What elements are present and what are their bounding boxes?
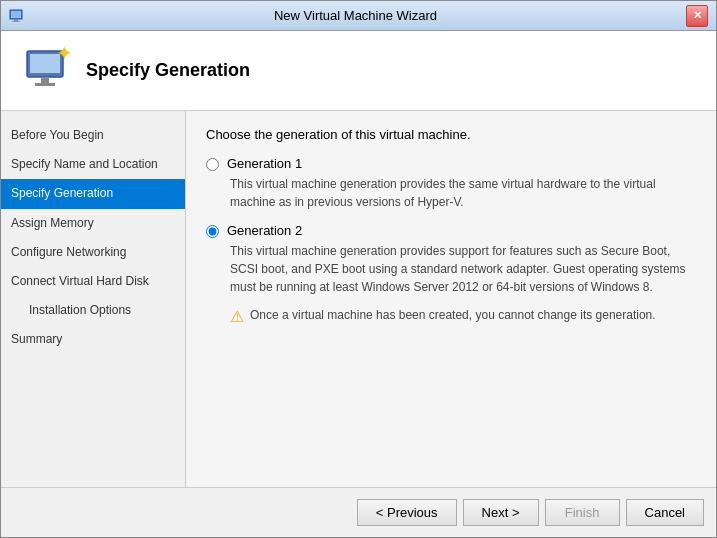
svg-rect-7 xyxy=(35,83,55,86)
sidebar-item-specify-generation[interactable]: Specify Generation xyxy=(1,179,185,208)
finish-button[interactable]: Finish xyxy=(545,499,620,526)
star-icon: ✦ xyxy=(56,43,73,63)
close-button[interactable]: ✕ xyxy=(686,5,708,27)
svg-rect-2 xyxy=(14,19,18,21)
next-button[interactable]: Next > xyxy=(463,499,539,526)
svg-rect-1 xyxy=(11,11,21,18)
page-title: Specify Generation xyxy=(86,60,250,81)
sidebar-item-specify-name[interactable]: Specify Name and Location xyxy=(1,150,185,179)
sidebar-item-configure-networking[interactable]: Configure Networking xyxy=(1,238,185,267)
svg-rect-6 xyxy=(41,77,49,83)
generation-1-option[interactable]: Generation 1 xyxy=(206,156,696,171)
gen1-label[interactable]: Generation 1 xyxy=(227,156,302,171)
title-bar: New Virtual Machine Wizard ✕ xyxy=(1,1,716,31)
sidebar-item-assign-memory[interactable]: Assign Memory xyxy=(1,209,185,238)
footer: < Previous Next > Finish Cancel xyxy=(1,487,716,537)
content-area: Before You BeginSpecify Name and Locatio… xyxy=(1,111,716,487)
wizard-window: New Virtual Machine Wizard ✕ ✦ xyxy=(0,0,717,538)
page-header: ✦ Specify Generation xyxy=(1,31,716,111)
gen2-description: This virtual machine generation provides… xyxy=(230,242,696,296)
warning-icon: ⚠ xyxy=(230,307,244,326)
header-icon-container: ✦ xyxy=(17,43,72,98)
gen1-description: This virtual machine generation provides… xyxy=(230,175,696,211)
previous-button[interactable]: < Previous xyxy=(357,499,457,526)
title-bar-left xyxy=(9,8,25,24)
sidebar-item-installation-options[interactable]: Installation Options xyxy=(1,296,185,325)
generation-1-group: Generation 1 This virtual machine genera… xyxy=(206,156,696,211)
sidebar-item-connect-vhd[interactable]: Connect Virtual Hard Disk xyxy=(1,267,185,296)
sidebar-item-before-you-begin[interactable]: Before You Begin xyxy=(1,121,185,150)
sidebar: Before You BeginSpecify Name and Locatio… xyxy=(1,111,186,487)
generation-2-option[interactable]: Generation 2 xyxy=(206,223,696,238)
svg-rect-3 xyxy=(12,21,20,22)
gen2-label[interactable]: Generation 2 xyxy=(227,223,302,238)
generation-2-group: Generation 2 This virtual machine genera… xyxy=(206,223,696,326)
cancel-button[interactable]: Cancel xyxy=(626,499,704,526)
sidebar-item-summary[interactable]: Summary xyxy=(1,325,185,354)
intro-text: Choose the generation of this virtual ma… xyxy=(206,127,696,142)
gen1-radio[interactable] xyxy=(206,158,219,171)
app-icon xyxy=(9,8,25,24)
window-title: New Virtual Machine Wizard xyxy=(25,8,686,23)
gen2-radio[interactable] xyxy=(206,225,219,238)
warning-box: ⚠ Once a virtual machine has been create… xyxy=(230,308,696,326)
main-content: Choose the generation of this virtual ma… xyxy=(186,111,716,487)
warning-text: Once a virtual machine has been created,… xyxy=(250,308,656,322)
